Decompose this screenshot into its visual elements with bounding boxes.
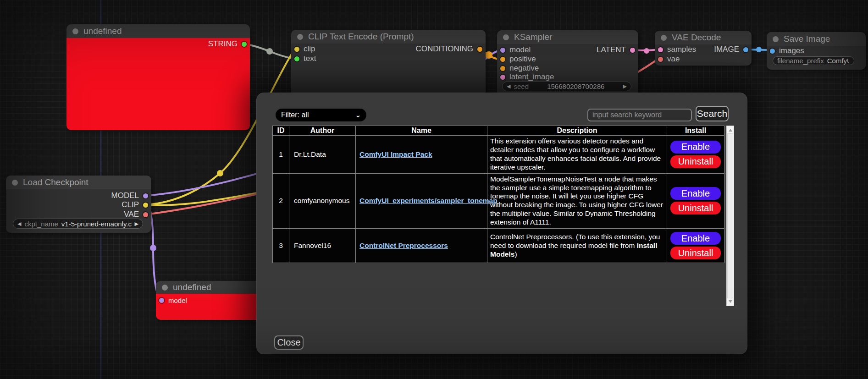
- text-input-slot[interactable]: text: [294, 54, 316, 64]
- seed-widget[interactable]: ◀ seed 156680208700286 ▶: [502, 82, 631, 91]
- node-title-bar[interactable]: CLIP Text Encode (Prompt): [291, 30, 486, 44]
- conditioning-output-slot[interactable]: CONDITIONING: [415, 44, 482, 54]
- node-body[interactable]: model: [156, 294, 260, 320]
- increase-arrow-icon[interactable]: ▶: [623, 83, 627, 89]
- clip-output-dot[interactable]: [143, 203, 148, 208]
- ckpt-name-widget[interactable]: ◀ ckpt_name v1-5-pruned-emaonly.ckpt ▶: [13, 219, 143, 229]
- uninstall-button[interactable]: Uninstall: [670, 247, 721, 259]
- filename-prefix-widget[interactable]: filename_prefix ComfyUI: [773, 56, 854, 65]
- model-input-dot[interactable]: [159, 298, 164, 303]
- node-collapse-dot-icon[interactable]: [72, 28, 78, 34]
- latent-output-slot[interactable]: LATENT: [597, 45, 635, 55]
- images-input-dot[interactable]: [770, 49, 775, 54]
- images-input-slot[interactable]: images: [770, 46, 804, 56]
- negative-input-dot[interactable]: [500, 66, 505, 71]
- node-undefined-bottom[interactable]: undefined model: [156, 281, 260, 320]
- vae-output-slot[interactable]: VAE: [124, 209, 148, 220]
- uninstall-button[interactable]: Uninstall: [670, 202, 721, 214]
- node-title-bar[interactable]: undefined: [156, 281, 260, 294]
- extension-link[interactable]: ComfyUI Impact Pack: [359, 150, 432, 158]
- node-title: undefined: [83, 26, 122, 36]
- reroute-dot-blue[interactable]: [756, 47, 762, 52]
- samples-input-dot[interactable]: [658, 47, 663, 52]
- extension-link[interactable]: ControlNet Preprocessors: [359, 242, 448, 249]
- positive-input-dot[interactable]: [500, 57, 505, 62]
- column-header-id: ID: [273, 126, 289, 136]
- clip-input-dot[interactable]: [294, 47, 299, 52]
- enable-button[interactable]: Enable: [670, 187, 721, 200]
- node-title-bar[interactable]: VAE Decode: [655, 31, 752, 44]
- node-body[interactable]: STRING: [66, 38, 250, 130]
- search-button[interactable]: Search: [696, 106, 729, 121]
- scrollbar-thumb[interactable]: [727, 133, 733, 298]
- node-title-bar[interactable]: Load Checkpoint: [6, 176, 151, 189]
- node-title-bar[interactable]: undefined: [66, 24, 250, 38]
- node-body[interactable]: model positive negative latent_image LAT…: [497, 44, 638, 100]
- slot-label: negative: [509, 64, 539, 73]
- decrease-arrow-icon[interactable]: ◀: [507, 83, 510, 89]
- extension-id: 3: [273, 229, 289, 263]
- reroute-dot-orange[interactable]: [485, 51, 492, 59]
- node-ksampler[interactable]: KSampler model positive negative latent_…: [497, 30, 638, 100]
- node-body[interactable]: MODEL CLIP VAE ◀ ckpt_name v1-5-pruned-e…: [6, 189, 151, 233]
- samples-input-slot[interactable]: samples: [658, 44, 696, 55]
- filter-dropdown[interactable]: Filter: all ⌄: [276, 109, 366, 121]
- reroute-dot-yellow[interactable]: [217, 170, 223, 176]
- enable-button[interactable]: Enable: [670, 141, 721, 154]
- node-collapse-dot-icon[interactable]: [773, 36, 779, 42]
- node-vae-decode[interactable]: VAE Decode samples vae IMAGE: [655, 31, 752, 66]
- comfyui-canvas[interactable]: { "canvas": { "axis_line_color": "#3c479…: [0, 0, 868, 379]
- scroll-down-icon[interactable]: [729, 300, 732, 303]
- node-collapse-dot-icon[interactable]: [162, 285, 168, 291]
- close-button[interactable]: Close: [274, 335, 304, 350]
- model-output-slot[interactable]: MODEL: [111, 191, 148, 201]
- node-body[interactable]: samples vae IMAGE: [655, 44, 752, 66]
- latent-image-input-slot[interactable]: latent_image: [500, 72, 554, 82]
- reroute-dot-gray[interactable]: [266, 48, 273, 55]
- model-input-slot[interactable]: model: [159, 295, 187, 305]
- positive-input-slot[interactable]: positive: [500, 54, 536, 64]
- decrease-arrow-icon[interactable]: ◀: [17, 221, 21, 227]
- latent-image-input-dot[interactable]: [500, 75, 505, 80]
- column-header-description: Description: [487, 126, 667, 136]
- slot-label: CLIP: [122, 200, 139, 209]
- scroll-up-icon[interactable]: [729, 129, 732, 132]
- node-collapse-dot-icon[interactable]: [661, 35, 667, 41]
- extension-description: ControlNet Preprocessors. (To use this e…: [487, 229, 667, 263]
- conditioning-output-dot[interactable]: [477, 47, 482, 52]
- vae-input-dot[interactable]: [658, 57, 663, 62]
- node-body[interactable]: images filename_prefix ComfyUI: [767, 46, 866, 70]
- reroute-dot-purple[interactable]: [150, 245, 156, 251]
- string-output-slot[interactable]: STRING: [208, 39, 247, 49]
- table-scrollbar[interactable]: [726, 126, 734, 306]
- latent-output-dot[interactable]: [630, 48, 635, 53]
- increase-arrow-icon[interactable]: ▶: [135, 221, 138, 227]
- node-load-checkpoint[interactable]: Load Checkpoint MODEL CLIP VAE ◀ ckpt_na…: [6, 176, 151, 233]
- node-collapse-dot-icon[interactable]: [12, 180, 18, 186]
- text-input-dot[interactable]: [294, 56, 299, 61]
- clip-output-slot[interactable]: CLIP: [122, 200, 148, 210]
- model-input-slot[interactable]: model: [500, 45, 531, 55]
- node-save-image[interactable]: Save Image images filename_prefix ComfyU…: [767, 32, 866, 70]
- extension-link[interactable]: ComfyUI_experiments/sampler_tonemap: [359, 197, 498, 204]
- string-output-dot[interactable]: [242, 42, 247, 47]
- clip-input-slot[interactable]: clip: [294, 44, 315, 54]
- node-title-bar[interactable]: Save Image: [767, 32, 866, 46]
- widget-value: v1-5-pruned-emaonly.ckpt: [61, 220, 132, 228]
- vae-output-dot[interactable]: [143, 212, 148, 217]
- uninstall-button[interactable]: Uninstall: [670, 155, 721, 168]
- image-output-dot[interactable]: [743, 47, 748, 52]
- model-input-dot[interactable]: [500, 48, 505, 53]
- slot-label: clip: [304, 44, 315, 54]
- model-output-dot[interactable]: [143, 193, 148, 198]
- image-output-slot[interactable]: IMAGE: [714, 44, 748, 55]
- node-title-bar[interactable]: KSampler: [497, 30, 638, 44]
- node-undefined-top[interactable]: undefined STRING: [66, 24, 250, 130]
- node-collapse-dot-icon[interactable]: [297, 34, 303, 40]
- reroute-dot-pink[interactable]: [644, 48, 649, 54]
- search-input[interactable]: [587, 109, 692, 121]
- enable-button[interactable]: Enable: [670, 232, 721, 245]
- vae-input-slot[interactable]: vae: [658, 54, 680, 64]
- node-collapse-dot-icon[interactable]: [503, 34, 509, 40]
- extensions-table-body: 1Dr.Lt.DataComfyUI Impact PackThis exten…: [273, 136, 724, 263]
